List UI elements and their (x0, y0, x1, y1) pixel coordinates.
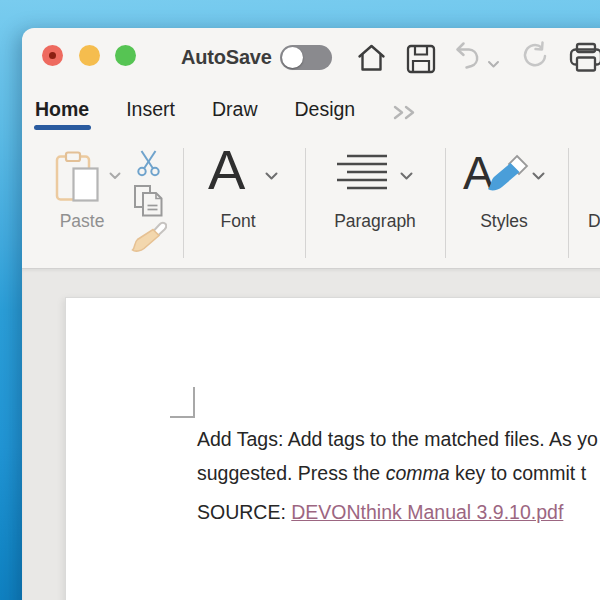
group-divider (305, 148, 306, 258)
ribbon: Paste (22, 140, 600, 269)
tab-home[interactable]: Home (35, 88, 89, 130)
group-divider (568, 148, 569, 258)
styles-brush-icon[interactable] (484, 154, 530, 200)
styles-menu-chevron-icon[interactable] (532, 167, 545, 185)
tab-overflow-chevron-icon[interactable] (392, 104, 419, 125)
group-divider (445, 148, 446, 258)
autosave-label: AutoSave (181, 46, 272, 69)
font-group-label[interactable]: Font (198, 211, 278, 232)
zoom-button[interactable] (115, 45, 136, 66)
redo-icon[interactable] (519, 41, 550, 76)
document-text[interactable]: Add Tags: Add tags to the matched files.… (197, 422, 598, 529)
minimize-button[interactable] (79, 45, 100, 66)
paste-menu-chevron-icon[interactable] (109, 166, 121, 184)
undo-icon[interactable] (451, 40, 482, 75)
home-icon[interactable] (354, 42, 389, 79)
tab-insert[interactable]: Insert (126, 88, 175, 130)
paragraph-group-label[interactable]: Paragraph (325, 211, 425, 232)
paragraph-line-1: Add Tags: Add tags to the matched files.… (197, 422, 598, 456)
font-menu-chevron-icon[interactable] (265, 167, 278, 185)
autosave-toggle[interactable] (280, 45, 332, 70)
toggle-knob (282, 47, 303, 68)
tab-home-label: Home (35, 98, 89, 120)
styles-group-label[interactable]: Styles (459, 211, 549, 232)
source-line: SOURCE: DEVONthink Manual 3.9.10.pdf (197, 495, 598, 529)
word-window: AutoSave (22, 28, 600, 600)
source-link[interactable]: DEVONthink Manual 3.9.10.pdf (291, 501, 563, 523)
save-icon[interactable] (405, 43, 437, 79)
paragraph-group-icon[interactable] (335, 153, 389, 197)
undo-menu-chevron-icon[interactable] (487, 55, 500, 73)
active-tab-underline (34, 125, 91, 130)
ribbon-tab-bar: Home Insert Draw Design (22, 88, 600, 140)
font-group-icon[interactable]: A (208, 140, 245, 200)
margin-corner-mark (170, 387, 195, 418)
dictate-group-label-partial[interactable]: D (588, 211, 600, 232)
copy-icon[interactable] (132, 184, 165, 223)
tab-design[interactable]: Design (294, 88, 355, 130)
source-label: SOURCE: (197, 501, 291, 523)
desktop-wallpaper: AutoSave (0, 0, 600, 600)
paste-button-label[interactable]: Paste (40, 211, 124, 232)
close-button[interactable] (42, 45, 63, 66)
group-divider (183, 148, 184, 258)
format-painter-icon[interactable] (130, 221, 167, 257)
paragraph-menu-chevron-icon[interactable] (400, 167, 413, 185)
print-icon[interactable] (568, 42, 600, 77)
paste-icon[interactable] (55, 151, 101, 211)
paragraph-line-2: suggested. Press the comma key to commit… (197, 456, 598, 490)
document-workspace: Add Tags: Add tags to the matched files.… (22, 269, 600, 600)
cut-icon[interactable] (136, 149, 161, 181)
italic-word: comma (386, 462, 450, 484)
tab-draw[interactable]: Draw (212, 88, 258, 130)
document-page[interactable]: Add Tags: Add tags to the matched files.… (65, 297, 600, 600)
title-bar: AutoSave (22, 28, 600, 88)
